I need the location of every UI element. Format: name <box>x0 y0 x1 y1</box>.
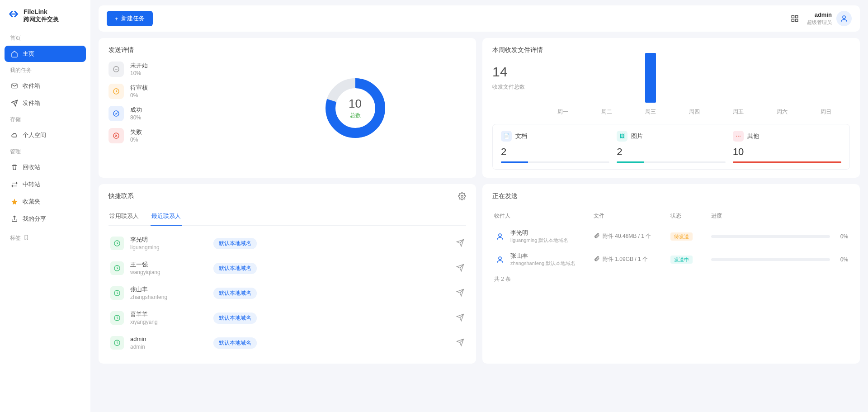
status-icon <box>108 106 124 121</box>
contact-row[interactable]: 喜羊羊 xiyangyang 默认本地域名 <box>108 306 466 331</box>
status-pct: 80% <box>130 114 142 122</box>
nav-favorites-label: 收藏夹 <box>23 198 40 206</box>
send-action-icon[interactable] <box>456 313 464 323</box>
nav-personal[interactable]: 个人空间 <box>5 127 86 143</box>
status-item: 成功 80% <box>108 106 226 122</box>
nav-transfer[interactable]: 中转站 <box>5 176 86 193</box>
nav-section-home: 首页 <box>5 32 86 45</box>
contact-row[interactable]: admin admin 默认本地域名 <box>108 331 466 355</box>
user-icon <box>494 254 506 265</box>
trash-icon <box>11 164 18 171</box>
status-item: 失败 0% <box>108 128 226 144</box>
file-type-name: 图片 <box>631 132 643 140</box>
main-content: + 新建任务 admin 超级管理员 <box>90 0 868 412</box>
file-type-icon: ⋯ <box>733 131 744 142</box>
file-type-bar <box>733 161 841 163</box>
svg-point-18 <box>499 234 501 237</box>
contact-id: zhangshanfeng <box>130 294 207 301</box>
domain-chip: 默认本地域名 <box>213 337 257 349</box>
contact-row[interactable]: 王一强 wangyiqiang 默认本地域名 <box>108 256 466 281</box>
sending-row[interactable]: 李光明 liguangming 默认本地域名 附件 40.48MB / 1 个 … <box>492 225 850 248</box>
paperclip-icon <box>594 256 600 263</box>
nav-personal-label: 个人空间 <box>23 131 46 139</box>
file-type-value: 2 <box>501 146 609 158</box>
progress-bar <box>711 235 830 238</box>
new-task-button[interactable]: + 新建任务 <box>107 11 153 26</box>
contacts-title: 快捷联系 <box>108 192 466 200</box>
send-action-icon[interactable] <box>456 239 464 248</box>
sending-total: 共 2 条 <box>492 271 850 288</box>
contact-id: xiyangyang <box>130 318 207 326</box>
nav-home-label: 主页 <box>23 50 34 58</box>
contacts-card: 快捷联系 常用联系人 最近联系人 李光明 liguangming 默认本地域名 … <box>99 184 476 364</box>
bar-col: 周二 <box>587 103 626 116</box>
apps-icon[interactable] <box>791 14 799 23</box>
th-status: 状态 <box>670 212 711 220</box>
progress-bar <box>711 258 830 261</box>
paperclip-icon <box>594 232 600 240</box>
contact-row[interactable]: 张山丰 zhangshanfeng 默认本地域名 <box>108 281 466 306</box>
share-icon <box>11 215 18 223</box>
send-detail-card: 发送详情 未开始 10% 待审核 0% 成功 80% 失败 0% <box>99 38 476 178</box>
bar-label: 周二 <box>601 108 612 116</box>
progress-pct: 0% <box>835 233 848 240</box>
svg-point-19 <box>499 257 501 260</box>
nav-home[interactable]: 主页 <box>5 46 86 62</box>
send-donut-chart: 10 总数 <box>324 76 387 140</box>
contact-name: admin <box>130 335 207 343</box>
nav-transfer-label: 中转站 <box>23 180 40 189</box>
nav-bookmark-label: 标签 <box>10 234 21 242</box>
status-badge: 发送中 <box>670 256 693 264</box>
tab-recent[interactable]: 最近联系人 <box>151 208 182 226</box>
bar <box>645 53 656 103</box>
nav-outbox-label: 发件箱 <box>23 99 40 107</box>
domain-chip: 默认本地域名 <box>213 263 257 274</box>
nav-favorites[interactable]: 收藏夹 <box>5 194 86 210</box>
gear-icon[interactable] <box>458 192 466 202</box>
plus-icon: + <box>115 15 118 22</box>
nav-outbox[interactable]: 发件箱 <box>5 95 86 111</box>
sending-row[interactable]: 张山丰 zhangshanfeng 默认本地域名 附件 1.09GB / 1 个… <box>492 248 850 271</box>
status-pct: 0% <box>130 136 142 144</box>
star-icon <box>11 198 18 205</box>
bar-col: 周三 <box>631 53 670 116</box>
file-type-block: 🖼 图片 2 <box>617 131 725 163</box>
file-type-block: ⋯ 其他 10 <box>733 131 841 163</box>
send-action-icon[interactable] <box>456 264 464 273</box>
week-bar-chart: 周一 周二 周三 周四 周五 周六 周日 <box>538 62 850 116</box>
send-action-icon[interactable] <box>456 289 464 298</box>
contact-name: 李光明 <box>130 236 207 244</box>
sending-card: 正在发送 收件人 文件 状态 进度 李光明 liguangming 默认本地域名… <box>482 184 860 364</box>
logo: FileLink 跨网文件交换 <box>5 5 86 30</box>
contact-row[interactable]: 李光明 liguangming 默认本地域名 <box>108 231 466 256</box>
nav-recycle[interactable]: 回收站 <box>5 159 86 175</box>
contact-name: 喜羊羊 <box>130 310 207 318</box>
clock-icon <box>110 261 124 275</box>
avatar <box>836 11 852 26</box>
send-detail-title: 发送详情 <box>108 46 226 54</box>
bar-label: 周一 <box>557 108 568 116</box>
bar-label: 周五 <box>733 108 744 116</box>
nav-inbox[interactable]: 收件箱 <box>5 78 86 94</box>
nav-shared[interactable]: 我的分享 <box>5 211 86 227</box>
status-icon <box>108 128 124 143</box>
send-action-icon[interactable] <box>456 338 464 348</box>
nav-bookmark[interactable]: 标签 <box>5 232 86 245</box>
file-type-icon: 📄 <box>501 131 512 142</box>
tab-frequent[interactable]: 常用联系人 <box>108 208 140 226</box>
sidebar: FileLink 跨网文件交换 首页 主页 我的任务 收件箱 发件箱 存储 个人… <box>0 0 90 412</box>
status-label: 成功 <box>130 106 142 114</box>
contact-name: 张山丰 <box>130 285 207 294</box>
user-menu[interactable]: admin 超级管理员 <box>807 11 852 26</box>
contact-name: 王一强 <box>130 260 207 269</box>
week-title: 本周收发文件详情 <box>492 46 850 54</box>
user-role: 超级管理员 <box>807 19 832 25</box>
donut-total-label: 总数 <box>350 112 361 119</box>
bar-col: 周一 <box>543 103 582 116</box>
file-type-value: 10 <box>733 146 841 158</box>
status-label: 失败 <box>130 128 142 136</box>
bar-label: 周四 <box>689 108 700 116</box>
status-icon <box>108 84 124 99</box>
brand-main: FileLink <box>24 8 59 16</box>
bar-col: 周四 <box>675 103 714 116</box>
